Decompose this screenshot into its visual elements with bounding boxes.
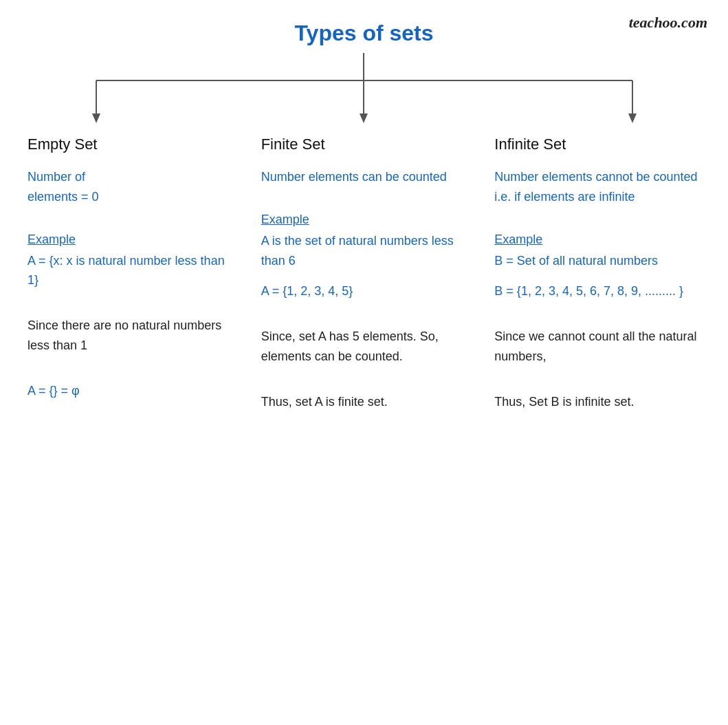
- finite-set-explanation: Since, set A has 5 elements. So, element…: [261, 327, 467, 367]
- empty-set-explanation: Since there are no natural numbers less …: [27, 316, 234, 356]
- infinite-set-conclusion: Thus, Set B is infinite set.: [494, 392, 701, 412]
- finite-set-example-def: A is the set of natural numbers less tha…: [261, 231, 467, 271]
- finite-set-example-val: A = {1, 2, 3, 4, 5}: [261, 281, 467, 301]
- finite-set-description: Number elements can be counted: [261, 167, 467, 187]
- infinite-set-example-def: B = Set of all natural numbers: [494, 251, 701, 271]
- finite-set-conclusion: Thus, set A is finite set.: [261, 392, 467, 412]
- page-title: Types of sets: [14, 21, 714, 46]
- svg-marker-3: [92, 113, 100, 123]
- columns-container: Empty Set Number ofelements = 0 Example …: [14, 136, 714, 423]
- empty-set-conclusion: A = {} = φ: [27, 381, 234, 401]
- infinite-set-example-val: B = {1, 2, 3, 4, 5, 6, 7, 8, 9, ........…: [494, 281, 701, 301]
- finite-set-column: Finite Set Number elements can be counte…: [247, 136, 481, 423]
- watermark: teachoo.com: [629, 14, 707, 32]
- infinite-set-title: Infinite Set: [494, 136, 701, 153]
- infinite-set-explanation: Since we cannot count all the natural nu…: [494, 327, 701, 367]
- empty-set-example-def: A = {x: x is natural number less than 1}: [27, 251, 234, 291]
- svg-marker-5: [360, 113, 368, 123]
- finite-set-example-label: Example: [261, 213, 309, 227]
- infinite-set-description: Number elements cannot be counted i.e. i…: [494, 167, 701, 207]
- svg-marker-7: [628, 113, 637, 123]
- finite-set-title: Finite Set: [261, 136, 467, 153]
- empty-set-column: Empty Set Number ofelements = 0 Example …: [14, 136, 247, 423]
- empty-set-description: Number ofelements = 0: [27, 167, 234, 207]
- empty-set-title: Empty Set: [27, 136, 234, 153]
- tree-diagram: [14, 53, 714, 136]
- infinite-set-column: Infinite Set Number elements cannot be c…: [481, 136, 714, 423]
- empty-set-example-label: Example: [27, 232, 76, 247]
- infinite-set-example-label: Example: [494, 232, 542, 247]
